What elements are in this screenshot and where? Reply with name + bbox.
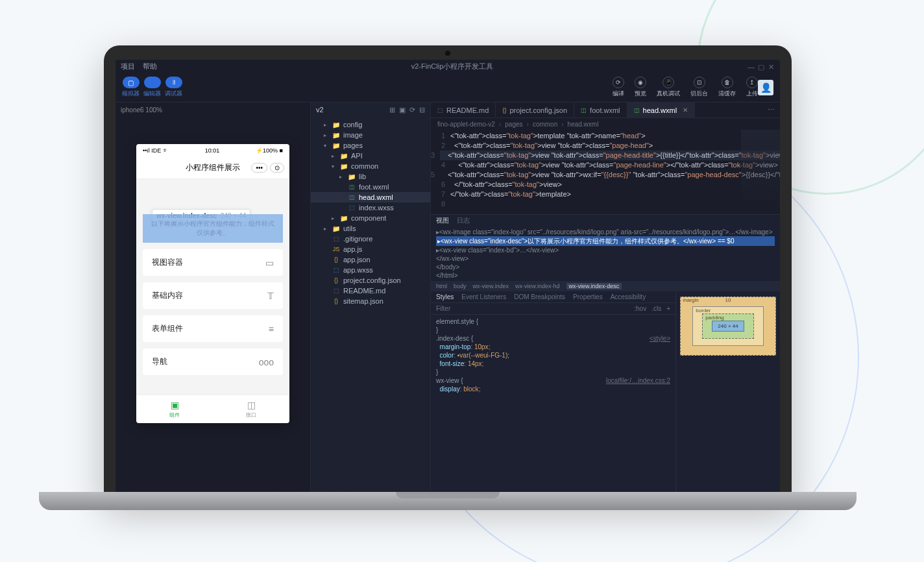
css-rule[interactable]: element.style { xyxy=(436,317,670,326)
menu-help[interactable]: 帮助 xyxy=(143,62,157,71)
editor-tab-head.wxml[interactable]: ◫ head.wxml ✕ xyxy=(627,103,696,117)
tool-真机调试[interactable]: 📱 真机调试 xyxy=(657,77,680,98)
tab-close-icon[interactable]: ✕ xyxy=(683,106,688,114)
tree-item-lib[interactable]: ▸ 📁 lib xyxy=(311,171,430,182)
cls-toggle[interactable]: .cls xyxy=(651,305,661,312)
source-link[interactable]: localfile:/…index.css:2 xyxy=(606,376,670,385)
minimize-icon[interactable]: — xyxy=(748,63,754,69)
tabbar-item-组件[interactable]: ▣ 组件 xyxy=(136,395,213,423)
close-icon[interactable]: ✕ xyxy=(768,63,775,69)
editor-tab-foot.wxml[interactable]: ◫ foot.wxml xyxy=(574,103,627,117)
hov-toggle[interactable]: :hov xyxy=(634,305,646,312)
element-crumb[interactable]: wx-view.index-hd xyxy=(515,283,560,289)
source-link[interactable]: <style> xyxy=(650,334,670,343)
tree-item-API[interactable]: ▸ 📁 API xyxy=(311,151,430,161)
tree-item-sitemap.json[interactable]: {} sitemap.json xyxy=(311,296,430,306)
code-line[interactable]: 3 <"tok-attr">class="tok-tag">view "tok-… xyxy=(431,151,780,160)
tab-log[interactable]: 日志 xyxy=(457,216,470,225)
workspace: iphone6 100% ••ıl IDE ᯤ 10:01 ⚡100% ■ 小程… xyxy=(116,103,780,500)
element-node[interactable]: ▸<wx-image class="index-logo" src="../re… xyxy=(436,228,775,236)
tree-item-config[interactable]: ▸ 📁 config xyxy=(311,119,430,130)
code-editor[interactable]: 1 <"tok-attr">class="tok-tag">template "… xyxy=(431,130,780,214)
crumb-item[interactable]: head.wxml xyxy=(568,121,599,128)
add-rule-icon[interactable]: + xyxy=(666,305,670,312)
tree-item-app.wxss[interactable]: ⬚ app.wxss xyxy=(311,265,430,275)
styles-tab-Event Listeners[interactable]: Event Listeners xyxy=(461,293,506,300)
tree-item-.gitignore[interactable]: ⬚ .gitignore xyxy=(311,234,430,244)
css-rule[interactable]: .index-desc {<style> xyxy=(436,334,670,343)
tree-item-app.js[interactable]: JS app.js xyxy=(311,244,430,254)
tree-item-image[interactable]: ▸ 📁 image xyxy=(311,130,430,140)
code-line[interactable]: 5 <"tok-attr">class="tok-tag">view "tok-… xyxy=(431,170,780,180)
crumb-item[interactable]: common xyxy=(533,121,557,128)
tree-item-index.wxss[interactable]: ⬚ index.wxss xyxy=(311,202,430,213)
styles-tab-Properties[interactable]: Properties xyxy=(573,293,603,300)
mode-模拟器[interactable]: ▢ 模拟器 xyxy=(122,77,140,98)
element-crumb[interactable]: html xyxy=(436,283,447,289)
list-item[interactable]: 视图容器 ▭ xyxy=(143,249,283,276)
tree-item-utils[interactable]: ▸ 📁 utils xyxy=(311,223,430,234)
list-item-label: 导航 xyxy=(152,356,167,367)
avatar[interactable]: 👤 xyxy=(758,80,773,95)
code-line[interactable]: 4 <"tok-attr">class="tok-tag">view "tok-… xyxy=(431,160,780,170)
tool-预览[interactable]: ◉ 预览 xyxy=(635,77,646,98)
list-item[interactable]: 表单组件 ≡ xyxy=(143,315,283,342)
tree-item-foot.wxml[interactable]: ◫ foot.wxml xyxy=(311,182,430,192)
tree-item-project.config.json[interactable]: {} project.config.json xyxy=(311,275,430,286)
tree-item-component[interactable]: ▸ 📁 component xyxy=(311,213,430,223)
tool-切后台[interactable]: ⊡ 切后台 xyxy=(690,77,708,98)
folder-icon: 📁 xyxy=(332,142,340,149)
tree-item-head.wxml[interactable]: ◫ head.wxml xyxy=(311,192,430,202)
line-number: 5 xyxy=(431,170,440,180)
element-crumb[interactable]: wx-view.index-desc xyxy=(566,283,622,289)
tree-item-label: sitemap.json xyxy=(343,297,383,305)
styles-tab-Styles[interactable]: Styles xyxy=(436,293,454,300)
tree-item-app.json[interactable]: {} app.json xyxy=(311,254,430,265)
editor-tab-project.config.json[interactable]: {} project.config.json xyxy=(496,103,574,117)
mode-编辑器[interactable]: 编辑器 xyxy=(143,77,161,98)
new-file-icon[interactable]: ⊞ xyxy=(389,106,395,114)
mode-调试器[interactable]: ⫴ 调试器 xyxy=(165,77,182,98)
tree-item-README.md[interactable]: ⬚ README.md xyxy=(311,286,430,296)
editor-tab-README.md[interactable]: ⬚ README.md xyxy=(431,103,496,117)
tool-编译[interactable]: ⟳ 编译 xyxy=(613,77,624,98)
code-line[interactable]: 6 </"tok-attr">class="tok-tag">view> xyxy=(431,180,780,189)
crumb-item[interactable]: pages xyxy=(505,121,522,128)
crumb-item[interactable]: fino-applet-demo-v2 xyxy=(437,121,495,128)
element-node-selected[interactable]: ▸<wx-view class="index-desc">以下将展示小程序官方组… xyxy=(436,236,775,246)
capsule-close-icon[interactable]: ⊙ xyxy=(270,163,284,173)
tree-item-common[interactable]: ▾ 📁 common xyxy=(311,161,430,171)
tool-上传[interactable]: ↥ 上传 xyxy=(746,77,758,98)
code-line[interactable]: 7 </"tok-attr">class="tok-tag">template> xyxy=(431,189,780,199)
tabbar-item-接口[interactable]: ◫ 接口 xyxy=(213,395,289,423)
element-crumb[interactable]: wx-view.index xyxy=(473,283,509,289)
element-node[interactable]: ▸<wx-view class="index-bd">…</wx-view> xyxy=(436,246,775,254)
code-line[interactable]: 1 <"tok-attr">class="tok-tag">template "… xyxy=(431,131,780,141)
phone-body[interactable]: wx-view.index-desc 240 × 44 以下将展示小程序官方组件… xyxy=(136,179,289,395)
menu-project[interactable]: 项目 xyxy=(121,62,135,71)
code-line[interactable]: 2 <"tok-attr">class="tok-tag">view "tok-… xyxy=(431,141,780,151)
css-rule[interactable]: wx-view {localfile:/…index.css:2 xyxy=(436,376,670,385)
styles-tab-Accessibility[interactable]: Accessibility xyxy=(611,293,646,300)
list-item[interactable]: 导航 ooo xyxy=(143,348,283,375)
minimap[interactable] xyxy=(741,130,780,208)
tree-item-pages[interactable]: ▾ 📁 pages xyxy=(311,140,430,151)
styles-filter-input[interactable]: Filter xyxy=(436,305,450,312)
elements-panel[interactable]: ▸<wx-image class="index-logo" src="../re… xyxy=(431,226,780,281)
tab-overflow-icon[interactable]: ⋯ xyxy=(762,103,780,117)
collapse-icon[interactable]: ⊟ xyxy=(419,106,425,114)
tool-icon: 🗑 xyxy=(722,77,733,88)
list-item[interactable]: 基础内容 𝕋 xyxy=(143,282,283,309)
chevron-icon: ▾ xyxy=(324,143,329,149)
new-folder-icon[interactable]: ▣ xyxy=(399,106,406,114)
refresh-icon[interactable]: ⟳ xyxy=(409,106,415,114)
css-rules[interactable]: element.style { } .index-desc {<style> m… xyxy=(431,315,675,396)
tool-清缓存[interactable]: 🗑 清缓存 xyxy=(718,77,736,98)
code-line[interactable]: 8 xyxy=(431,199,780,209)
element-crumb[interactable]: body xyxy=(454,283,467,289)
maximize-icon[interactable]: ▢ xyxy=(758,63,764,69)
inspected-element[interactable]: 以下将展示小程序官方组件能力，组件样式仅供参考。 xyxy=(143,214,283,243)
styles-tab-DOM Breakpoints[interactable]: DOM Breakpoints xyxy=(514,293,565,300)
capsule-more-icon[interactable]: ••• xyxy=(251,163,267,173)
tab-view[interactable]: 视图 xyxy=(436,216,449,225)
